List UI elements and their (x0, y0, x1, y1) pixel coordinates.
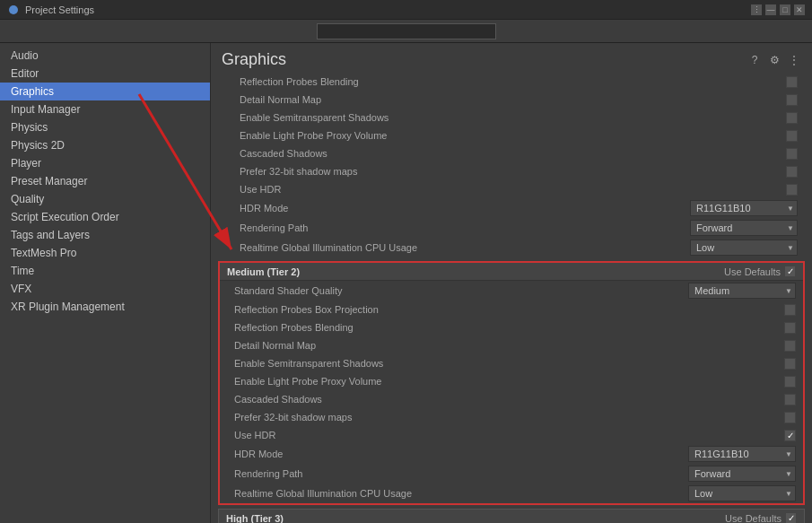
sidebar-item-textmesh-pro[interactable]: TextMesh Pro (0, 244, 210, 262)
row-label: Prefer 32-bit shadow maps (234, 412, 688, 423)
medium-tier-title: Medium (Tier 2) (227, 266, 300, 277)
checkbox-prefer-32bit-medium[interactable] (784, 412, 796, 423)
checkbox-enable-semitransparent-medium[interactable] (784, 358, 796, 370)
row-realtime-gi-t1: Realtime Global Illumination CPU Usage L… (218, 238, 805, 257)
dropdown-hdr-mode-medium[interactable]: R11G11B10 RGBA16 ▼ (688, 446, 796, 462)
select-realtime-gi-medium[interactable]: Low Medium High Unlimited (688, 485, 796, 501)
row-label: Rendering Path (225, 222, 690, 233)
checkbox-enable-light-probe-medium[interactable] (784, 376, 796, 388)
checkbox-use-defaults-medium[interactable] (784, 266, 796, 277)
checkbox-use-hdr-t1[interactable] (786, 184, 798, 196)
row-label: Realtime Global Illumination CPU Usage (225, 242, 690, 253)
help-icon[interactable]: ? (747, 53, 762, 67)
row-enable-light-probe-medium: Enable Light Probe Proxy Volume (220, 372, 803, 390)
row-reflection-probes-blending-medium: Reflection Probes Blending (220, 318, 803, 336)
row-label: Reflection Probes Blending (234, 322, 688, 333)
checkbox-use-hdr-medium[interactable] (784, 430, 796, 441)
sidebar-item-audio[interactable]: Audio (0, 47, 210, 65)
row-label: Enable Light Probe Proxy Volume (234, 376, 688, 387)
sidebar-item-physics-2d[interactable]: Physics 2D (0, 136, 210, 154)
checkbox-reflection-probes-box-medium[interactable] (784, 304, 796, 316)
content-header: Graphics ? ⚙ ⋮ (211, 43, 812, 73)
tier1-section: Reflection Probes Blending Detail Normal… (211, 73, 812, 257)
high-tier-header: High (Tier 3) Use Defaults (219, 510, 804, 523)
checkbox-detail-normal-map-t1[interactable] (786, 94, 798, 106)
row-value (690, 94, 798, 106)
row-label: Use HDR (234, 430, 688, 440)
row-prefer-32bit-t1: Prefer 32-bit shadow maps (218, 162, 805, 180)
row-enable-light-probe-t1: Enable Light Probe Proxy Volume (218, 126, 805, 144)
content-area: Graphics ? ⚙ ⋮ Reflection Probes Blendin… (211, 43, 812, 523)
row-detail-normal-map-medium: Detail Normal Map (220, 336, 803, 354)
checkbox-reflection-probes-blending-medium[interactable] (784, 322, 796, 334)
sidebar-item-xr-plugin-management[interactable]: XR Plugin Management (0, 298, 210, 316)
maximize-button[interactable]: □ (780, 4, 790, 15)
sidebar-item-player[interactable]: Player (0, 154, 210, 172)
title-bar: Project Settings ⋮ — □ ✕ (0, 0, 812, 20)
sidebar-item-script-execution-order[interactable]: Script Execution Order (0, 208, 210, 226)
row-realtime-gi-medium: Realtime Global Illumination CPU Usage L… (220, 484, 803, 503)
row-value: Low Medium High Unlimited ▼ (688, 485, 796, 501)
medium-tier-header: Medium (Tier 2) Use Defaults (220, 263, 803, 281)
checkbox-use-defaults-high[interactable] (785, 512, 797, 523)
sidebar-item-input-manager[interactable]: Input Manager (0, 100, 210, 118)
sidebar-item-editor[interactable]: Editor (0, 65, 210, 83)
sidebar-item-time[interactable]: Time (0, 262, 210, 280)
more-icon[interactable]: ⋮ (787, 53, 801, 67)
minimize-button[interactable]: — (765, 4, 776, 15)
row-value: Forward Deferred ▼ (688, 466, 796, 482)
dropdown-hdr-mode-t1[interactable]: R11G11B10 RGBA16 ▼ (690, 200, 798, 216)
dropdown-rendering-path-medium[interactable]: Forward Deferred ▼ (688, 466, 796, 482)
row-standard-shader-quality-medium: Standard Shader Quality Low Medium High … (220, 281, 803, 301)
checkbox-cascaded-shadows-t1[interactable] (786, 148, 798, 160)
title-bar-title: Project Settings (25, 4, 751, 15)
row-value (688, 322, 796, 334)
row-value (688, 304, 796, 316)
row-value (688, 340, 796, 352)
more-options-button[interactable]: ⋮ (751, 4, 762, 15)
select-hdr-mode-t1[interactable]: R11G11B10 RGBA16 (690, 200, 798, 216)
sidebar: Audio Editor Graphics Input Manager Phys… (0, 43, 211, 523)
checkbox-detail-normal-map-medium[interactable] (784, 340, 796, 352)
row-value (690, 76, 798, 88)
select-standard-shader-medium[interactable]: Low Medium High (688, 283, 796, 299)
row-value: Forward Deferred ▼ (690, 220, 798, 236)
row-value (688, 394, 796, 405)
select-hdr-mode-medium[interactable]: R11G11B10 RGBA16 (688, 446, 796, 462)
dropdown-realtime-gi-t1[interactable]: Low Medium High Unlimited ▼ (690, 240, 798, 256)
checkbox-enable-semitransparent-t1[interactable] (786, 112, 798, 124)
row-label: Detail Normal Map (234, 340, 688, 351)
dropdown-realtime-gi-medium[interactable]: Low Medium High Unlimited ▼ (688, 485, 796, 501)
dropdown-standard-shader-medium[interactable]: Low Medium High ▼ (688, 283, 796, 299)
row-use-hdr-t1: Use HDR (218, 180, 805, 198)
checkbox-cascaded-shadows-medium[interactable] (784, 394, 796, 405)
sidebar-item-quality[interactable]: Quality (0, 190, 210, 208)
window-controls[interactable]: ⋮ — □ ✕ (751, 4, 805, 15)
close-button[interactable]: ✕ (794, 4, 805, 15)
checkbox-enable-light-probe-t1[interactable] (786, 130, 798, 142)
settings-icon[interactable]: ⚙ (767, 53, 781, 67)
row-rendering-path-t1: Rendering Path Forward Deferred ▼ (218, 218, 805, 238)
sidebar-item-graphics[interactable]: Graphics (0, 83, 210, 100)
select-rendering-path-medium[interactable]: Forward Deferred (688, 466, 796, 482)
row-cascaded-shadows-medium: Cascaded Shadows (220, 390, 803, 408)
app-icon (7, 4, 20, 16)
sidebar-item-tags-and-layers[interactable]: Tags and Layers (0, 226, 210, 244)
use-defaults-label-high: Use Defaults (725, 513, 781, 524)
select-rendering-path-t1[interactable]: Forward Deferred (690, 220, 798, 236)
dropdown-rendering-path-t1[interactable]: Forward Deferred ▼ (690, 220, 798, 236)
row-label: Rendering Path (234, 468, 688, 479)
row-value (688, 430, 796, 441)
row-label: Realtime Global Illumination CPU Usage (234, 488, 688, 499)
checkbox-prefer-32bit-t1[interactable] (786, 166, 798, 178)
sidebar-item-physics[interactable]: Physics (0, 118, 210, 136)
select-realtime-gi-t1[interactable]: Low Medium High Unlimited (690, 240, 798, 256)
search-input[interactable] (317, 23, 496, 39)
row-use-hdr-medium: Use HDR (220, 426, 803, 444)
row-label: HDR Mode (234, 449, 688, 459)
checkbox-reflection-probes-blending-t1[interactable] (786, 76, 798, 88)
row-label: Prefer 32-bit shadow maps (225, 166, 690, 177)
sidebar-item-vfx[interactable]: VFX (0, 280, 210, 298)
sidebar-item-preset-manager[interactable]: Preset Manager (0, 172, 210, 190)
row-label: Enable Semitransparent Shadows (225, 112, 690, 123)
